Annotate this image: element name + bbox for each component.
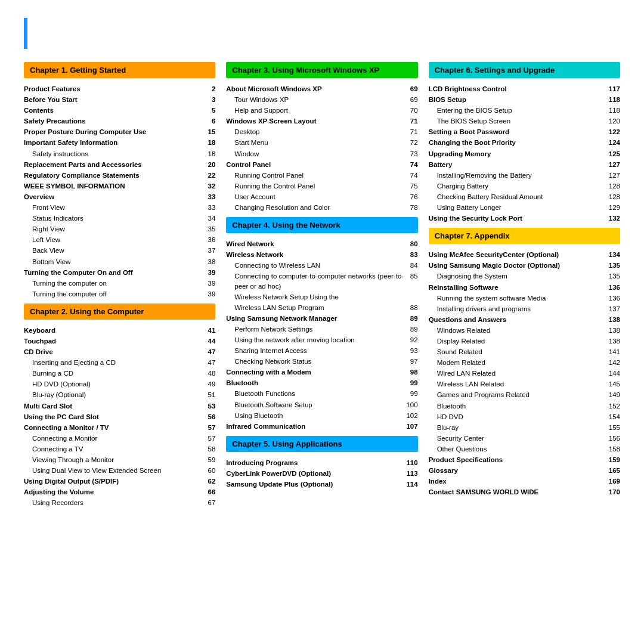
entry-title: Using Samsung Network Manager bbox=[226, 314, 407, 323]
toc-entry: Perform Network Settings89 bbox=[226, 324, 417, 334]
toc-entry: Product Features2 bbox=[24, 84, 215, 94]
entry-title: Desktop bbox=[226, 127, 407, 137]
entry-title: Running Control Panel bbox=[226, 171, 407, 180]
entry-page: 99 bbox=[410, 389, 418, 398]
entry-title: Inserting and Ejecting a CD bbox=[24, 358, 205, 367]
toc-entry: Regulatory Compliance Statements22 bbox=[24, 171, 215, 180]
chapter-7-header: Chapter 7. Appendix bbox=[429, 228, 620, 244]
toc-entry: LCD Brightness Control117 bbox=[429, 84, 620, 94]
entry-page: 138 bbox=[609, 326, 620, 335]
entry-title: BIOS Setup bbox=[429, 95, 605, 104]
toc-entry: Product Specifications159 bbox=[429, 455, 620, 465]
chapter-3-header: Chapter 3. Using Microsoft Windows XP bbox=[226, 62, 417, 78]
chapter-1-entries: Product Features2Before You Start3Conten… bbox=[24, 84, 215, 299]
entry-title: Index bbox=[429, 476, 605, 486]
toc-entry: Other Questions158 bbox=[429, 444, 620, 454]
entry-page: 110 bbox=[406, 458, 417, 467]
toc-entry: Safety Precautions6 bbox=[24, 116, 215, 126]
entry-title: CD Drive bbox=[24, 347, 205, 357]
entry-title: Setting a Boot Password bbox=[429, 127, 605, 137]
toc-entry: Security Center156 bbox=[429, 434, 620, 443]
entry-page: 36 bbox=[208, 235, 216, 244]
entry-page: 136 bbox=[609, 293, 620, 303]
entry-title: LCD Brightness Control bbox=[429, 84, 605, 94]
entry-title: Tour Windows XP bbox=[226, 95, 407, 104]
entry-title: Status Indicators bbox=[24, 213, 205, 223]
toc-entry: Diagnosing the System135 bbox=[429, 271, 620, 281]
entry-title: Wired LAN Related bbox=[429, 369, 605, 378]
toc-entry: Turning the Computer On and Off39 bbox=[24, 268, 215, 277]
title-bar bbox=[24, 18, 27, 49]
entry-page: 39 bbox=[208, 289, 216, 299]
entry-page: 58 bbox=[208, 444, 216, 454]
toc-entry: Right View35 bbox=[24, 224, 215, 234]
entry-title: Viewing Through a Monitor bbox=[24, 455, 205, 465]
entry-page: 156 bbox=[609, 434, 620, 443]
entry-title: Using Bluetooth bbox=[226, 411, 402, 420]
toc-entry: Using Samsung Magic Doctor (Optional)135 bbox=[429, 261, 620, 270]
toc-entry: Running the system software Media136 bbox=[429, 293, 620, 303]
toc-entry: Contents5 bbox=[24, 106, 215, 115]
entry-page: 127 bbox=[609, 160, 620, 169]
entry-page: 44 bbox=[208, 336, 216, 346]
entry-page: 122 bbox=[609, 127, 620, 137]
entry-page: 48 bbox=[208, 369, 216, 378]
entry-title: Using the network after moving location bbox=[226, 335, 407, 345]
entry-title: HD DVD (Optional) bbox=[24, 379, 205, 389]
entry-title: Wired Network bbox=[226, 239, 407, 249]
toc-entry: Status Indicators34 bbox=[24, 213, 215, 223]
entry-page: 88 bbox=[410, 303, 418, 312]
entry-page: 73 bbox=[410, 149, 418, 159]
entry-title: Connecting to Wireless LAN bbox=[226, 261, 407, 270]
entry-title: Contact SAMSUNG WORLD WIDE bbox=[429, 487, 605, 497]
entry-page: 20 bbox=[208, 160, 216, 169]
entry-title: Questions and Answers bbox=[429, 315, 605, 324]
toc-entry: Using Samsung Network Manager89 bbox=[226, 314, 417, 323]
entry-title: Right View bbox=[24, 224, 205, 234]
toc-entry: Wireless LAN Setup Program88 bbox=[226, 303, 417, 312]
entry-page: 49 bbox=[208, 379, 216, 389]
entry-page: 15 bbox=[208, 127, 216, 137]
entry-title: Samsung Update Plus (Optional) bbox=[226, 479, 402, 489]
entry-title: About Microsoft Windows XP bbox=[226, 84, 407, 94]
toc-entry: Using Recorders67 bbox=[24, 498, 215, 507]
entry-title: Using McAfee SecurityCenter (Optional) bbox=[429, 250, 605, 259]
entry-page: 33 bbox=[208, 192, 216, 202]
entry-page: 128 bbox=[609, 181, 620, 191]
toc-entry: Connecting to computer-to-computer netwo… bbox=[226, 271, 417, 290]
entry-page: 97 bbox=[410, 357, 418, 366]
toc-entry: Connecting a TV58 bbox=[24, 444, 215, 454]
toc-entry: Replacement Parts and Accessories20 bbox=[24, 160, 215, 169]
entry-page: 132 bbox=[609, 213, 620, 223]
entry-title: Wireless LAN Related bbox=[429, 379, 605, 389]
entry-title: Changing the Boot Priority bbox=[429, 138, 605, 147]
entry-title: Turning the Computer On and Off bbox=[24, 268, 205, 277]
entry-page: 74 bbox=[410, 171, 418, 180]
entry-page: 83 bbox=[410, 250, 418, 259]
entry-title: Sharing Internet Access bbox=[226, 346, 407, 355]
entry-title: Checking Network Status bbox=[226, 357, 407, 366]
entry-page: 89 bbox=[410, 314, 418, 323]
entry-title: Using Samsung Magic Doctor (Optional) bbox=[429, 261, 605, 270]
entry-page: 152 bbox=[609, 401, 620, 411]
entry-title: Using Digital Output (S/PDIF) bbox=[24, 476, 205, 486]
entry-title: Display Related bbox=[429, 336, 605, 346]
entry-page: 60 bbox=[208, 466, 216, 475]
entry-title: Perform Network Settings bbox=[226, 324, 407, 334]
toc-entry: Wireless LAN Related145 bbox=[429, 379, 620, 389]
entry-page: 69 bbox=[410, 84, 418, 94]
toc-entry: Reinstalling Software136 bbox=[429, 283, 620, 292]
entry-page: 128 bbox=[609, 192, 620, 202]
toc-entry: Using Bluetooth102 bbox=[226, 411, 417, 420]
entry-page: 37 bbox=[208, 246, 216, 255]
entry-title: Product Specifications bbox=[429, 455, 605, 465]
entry-title: Regulatory Compliance Statements bbox=[24, 171, 205, 180]
entry-page: 141 bbox=[609, 347, 620, 357]
entry-page: 135 bbox=[609, 261, 620, 270]
toc-entry: Modem Related142 bbox=[429, 358, 620, 367]
toc-entry: Burning a CD48 bbox=[24, 369, 215, 378]
entry-page: 69 bbox=[410, 95, 418, 104]
entry-page: 71 bbox=[410, 116, 418, 126]
entry-page: 84 bbox=[410, 261, 418, 270]
entry-title: Connecting to computer-to-computer netwo… bbox=[226, 271, 407, 290]
